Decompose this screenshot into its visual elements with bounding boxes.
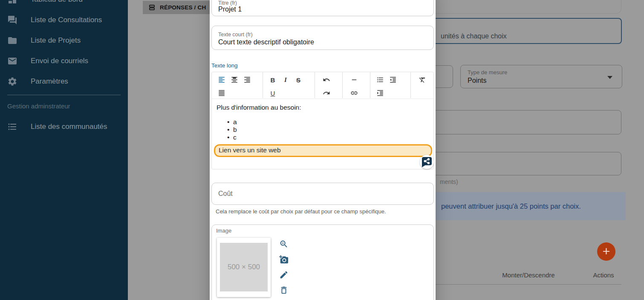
edit-icon	[279, 270, 289, 280]
toolbar-group-align	[212, 72, 263, 98]
image-thumbnail-card: 500 × 500	[217, 238, 271, 297]
dashboard-icon	[7, 0, 17, 5]
strikethrough-icon: S	[296, 76, 300, 84]
mail-icon	[7, 56, 17, 66]
format-clear-button[interactable]	[416, 74, 429, 86]
measure-type-value: Points	[468, 77, 486, 84]
sidebar-item-label: Liste de Projets	[31, 36, 81, 45]
undo-icon	[323, 76, 330, 84]
edit-image-button[interactable]	[279, 270, 289, 280]
strikethrough-button[interactable]: S	[292, 74, 305, 86]
cost-helper-text: Cela remplace le coût par choix par défa…	[216, 208, 386, 215]
background-field-2[interactable]	[426, 152, 621, 175]
delete-icon	[279, 285, 289, 295]
content-card-edge	[426, 0, 621, 14]
truncated-caption: ments)	[440, 178, 458, 185]
share-bubble-icon	[422, 157, 432, 167]
sidebar-item-consultations[interactable]: Liste de Consultations	[0, 10, 128, 30]
zoom-image-button[interactable]	[279, 239, 289, 249]
add-photo-icon	[279, 255, 289, 264]
title-input[interactable]: Titre (fr) Projet 1	[211, 0, 434, 16]
sidebar-item-label: Paramètres	[31, 77, 68, 86]
rows-icon	[148, 4, 156, 11]
plus-icon: +	[597, 243, 615, 259]
info-banner: peuvent attribuer jusqu'à 25 points par …	[426, 192, 626, 220]
align-right-button[interactable]	[241, 74, 254, 86]
bullet-icon: •	[227, 126, 233, 134]
align-justify-button[interactable]	[215, 87, 228, 99]
editor-bullet-item[interactable]: •a	[227, 118, 237, 126]
align-left-icon	[218, 76, 225, 84]
tab-label: RÉPONSES / CH	[160, 4, 206, 11]
chat-icon	[7, 15, 17, 25]
add-button[interactable]: +	[597, 242, 615, 261]
editor-paragraph[interactable]: Plus d'information au besoin:	[217, 104, 301, 111]
sidebar-item-label: Tableau de bord	[31, 0, 83, 4]
zoom-in-icon	[279, 239, 289, 249]
app-root: RÉPONSES / CH unités à chaque choix Type…	[0, 0, 644, 300]
measure-type-select[interactable]: Type de mesure Points	[460, 65, 622, 88]
annotation-badge[interactable]	[420, 155, 434, 169]
edit-choice-dialog: Titre (fr) Projet 1 Texte court (fr) Cou…	[210, 0, 436, 300]
replace-image-button[interactable]	[279, 255, 289, 264]
short-text-input-label: Texte court (fr)	[218, 32, 253, 38]
column-header-move: Monter/Descendre	[486, 271, 571, 279]
sidebar-section-label: Gestion adminstrateur	[7, 102, 70, 110]
link-button[interactable]	[348, 87, 361, 99]
align-left-button[interactable]	[215, 74, 228, 86]
italic-button[interactable]: I	[279, 74, 292, 86]
sidebar-item-label: Envoi de courriels	[31, 57, 88, 65]
align-center-button[interactable]	[228, 74, 241, 86]
bold-button[interactable]: B	[266, 74, 279, 86]
sidebar-item-label: Liste des communautés	[31, 122, 107, 131]
highlighted-link-text: Lien vers un site web	[219, 146, 281, 154]
sidebar-item-communautes[interactable]: Liste des communautés	[0, 117, 128, 137]
background-field-1[interactable]	[426, 110, 621, 134]
units-input[interactable]: unités à chaque choix	[426, 18, 622, 44]
toolbar-group-lists	[370, 72, 411, 98]
indent-decrease-button[interactable]	[387, 74, 399, 86]
sidebar-item-projets[interactable]: Liste de Projets	[0, 30, 128, 51]
sidebar-item-parametres[interactable]: Paramètres	[0, 71, 128, 92]
sidebar-item-courriels[interactable]: Envoi de courriels	[0, 51, 128, 71]
indent-increase-button[interactable]	[374, 87, 387, 99]
toolbar-group-clear	[411, 72, 434, 98]
chevron-down-icon	[607, 76, 612, 79]
redo-button[interactable]	[320, 87, 333, 99]
highlighted-link-line[interactable]: Lien vers un site web	[214, 144, 432, 157]
table-header-divider	[426, 284, 621, 285]
toolbar-group-style: B I S U	[263, 72, 315, 98]
editor-bullet-item[interactable]: •c	[227, 134, 237, 141]
link-icon	[350, 89, 358, 97]
horizontal-rule-button[interactable]	[348, 74, 361, 86]
image-placeholder-text: 500 × 500	[228, 263, 260, 271]
sidebar-item-tableau-de-bord[interactable]: Tableau de bord	[0, 0, 128, 10]
short-text-input[interactable]: Texte court (fr) Court texte descriptif …	[211, 26, 434, 50]
bulleted-list-button[interactable]	[374, 74, 387, 86]
image-fieldset: Image 500 × 500	[211, 224, 434, 300]
toolbar-group-insert	[343, 72, 370, 98]
units-input-text: unités à chaque choix	[441, 32, 507, 40]
rich-text-editor: B I S U Plus d'infor	[211, 72, 434, 169]
measure-type-label: Type de mesure	[468, 69, 507, 76]
bullet-text: a	[233, 118, 237, 125]
cost-input[interactable]: Coût	[211, 183, 434, 205]
delete-image-button[interactable]	[279, 285, 289, 295]
bullet-icon: •	[227, 134, 233, 141]
italic-icon: I	[284, 76, 287, 84]
indent-decrease-icon	[389, 76, 397, 84]
tab-reponses-choix[interactable]: RÉPONSES / CH	[143, 1, 211, 14]
sidebar: Tableau de bord Liste de Consultations L…	[0, 0, 128, 300]
toolbar-group-history	[315, 72, 343, 98]
bullet-icon: •	[227, 118, 233, 126]
bullet-text: b	[233, 126, 237, 133]
undo-button[interactable]	[320, 74, 333, 86]
bulleted-list-icon	[376, 76, 384, 84]
folder-icon	[7, 35, 17, 46]
indent-increase-icon	[376, 89, 384, 97]
underline-button[interactable]: U	[266, 87, 279, 99]
editor-bullet-item[interactable]: •b	[227, 126, 237, 134]
align-justify-icon	[218, 89, 225, 97]
horizontal-rule-icon	[350, 76, 358, 84]
cost-input-placeholder: Coût	[218, 190, 233, 198]
